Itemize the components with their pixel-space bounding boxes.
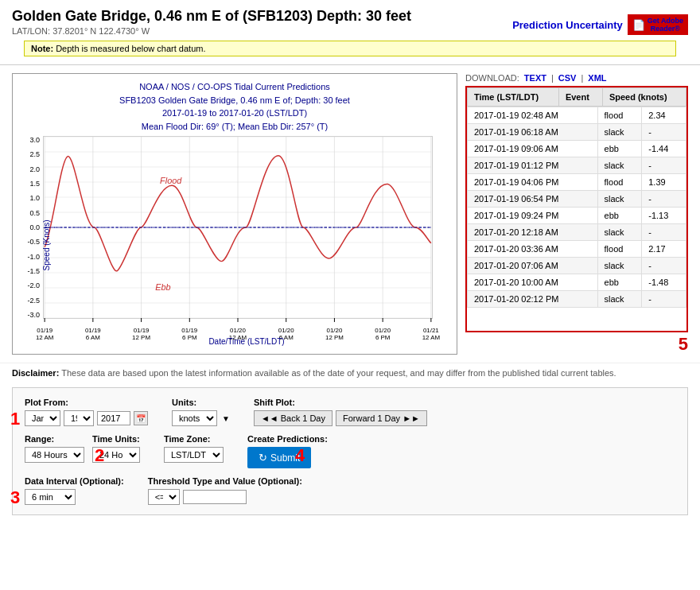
download-text-link[interactable]: TEXT <box>524 73 546 83</box>
threshold-type-select[interactable]: <=>=<> <box>148 489 180 505</box>
y-tick: 1.0 <box>29 194 40 202</box>
chart-area: NOAA / NOS / CO-OPS Tidal Current Predic… <box>12 73 457 355</box>
y-tick: -0.5 <box>27 238 40 246</box>
download-csv-link[interactable]: CSV <box>558 73 577 83</box>
table-row: 2017-01-19 02:48 AMflood2.34 <box>468 107 686 124</box>
back-1-day-button[interactable]: ◄◄ Back 1 Day <box>254 410 332 426</box>
note-text: Depth is measured below chart datum. <box>56 44 205 53</box>
plot-from-group: Plot From: JanFebMarApr MayJunJulAug Sep… <box>25 398 148 426</box>
lat-lon: LAT/LON: 37.8201° N 122.4730° W <box>12 26 411 36</box>
table-row: 2017-01-20 07:06 AMslack- <box>468 258 686 274</box>
svg-text:6 PM: 6 PM <box>182 334 196 341</box>
download-label: DOWNLOAD: <box>465 73 519 83</box>
y-tick: 0.0 <box>29 223 40 231</box>
data-table-wrapper: Time (LST/LDT) Event Speed (knots) 2017-… <box>465 86 688 332</box>
svg-text:Ebb: Ebb <box>155 282 170 292</box>
svg-text:01/20: 01/20 <box>278 327 294 334</box>
disclaimer: Disclaimer: These data are based upon th… <box>0 363 700 382</box>
note-label: Note: <box>31 44 53 53</box>
badge-3: 3 <box>10 487 20 508</box>
table-row: 2017-01-19 09:06 AMebb-1.44 <box>468 141 686 157</box>
y-tick: -3.0 <box>27 311 40 319</box>
time-units-label: Time Units: <box>92 434 140 444</box>
col-speed: Speed (knots) <box>602 88 686 107</box>
badge-2: 2 <box>95 445 104 466</box>
units-select[interactable]: knotscm/smph <box>172 410 217 426</box>
table-row: 2017-01-20 02:12 PMslack- <box>468 291 686 308</box>
badge-5: 5 <box>465 334 688 355</box>
svg-text:01/20: 01/20 <box>375 327 391 334</box>
table-row: 2017-01-19 01:12 PMslack- <box>468 157 686 174</box>
threshold-value-input[interactable] <box>183 490 247 504</box>
threshold-group: Threshold Type and Value (Optional): <=>… <box>148 476 302 505</box>
note-bar: Note: Depth is measured below chart datu… <box>24 41 676 56</box>
controls-section: 1 Plot From: JanFebMarApr MayJunJulAug S… <box>12 387 688 515</box>
data-interval-select[interactable]: 6 min12 min30 min60 min <box>25 489 76 505</box>
calendar-button[interactable]: 📅 <box>134 411 148 425</box>
table-row: 2017-01-19 06:18 AMslack- <box>468 124 686 141</box>
day-select[interactable]: 19 <box>64 410 94 426</box>
table-row: 2017-01-20 03:36 AMflood2.17 <box>468 241 686 258</box>
disclaimer-label: Disclaimer: <box>12 368 59 378</box>
download-bar: DOWNLOAD: TEXT | CSV | XML <box>465 73 688 83</box>
svg-text:01/19: 01/19 <box>181 327 197 334</box>
download-xml-link[interactable]: XML <box>588 73 606 83</box>
threshold-label: Threshold Type and Value (Optional): <box>148 476 302 486</box>
table-row: 2017-01-20 12:18 AMslack- <box>468 224 686 241</box>
data-interval-group: Data Interval (Optional): 6 min12 min30 … <box>25 476 124 505</box>
svg-text:01/19: 01/19 <box>85 327 101 334</box>
svg-text:12 PM: 12 PM <box>325 334 344 341</box>
svg-text:12 PM: 12 PM <box>132 334 150 341</box>
page-title: Golden Gate Bridge, 0.46 nm E of (SFB120… <box>12 8 411 25</box>
refresh-icon: ↻ <box>259 452 267 464</box>
table-row: 2017-01-20 10:00 AMebb-1.48 <box>468 274 686 291</box>
svg-text:01/20: 01/20 <box>230 327 246 334</box>
units-arrow-icon: ▼ <box>222 414 230 423</box>
create-predictions-group: Create Predictions: ↻ Submit <box>247 434 328 468</box>
svg-text:01/20: 01/20 <box>327 327 343 334</box>
table-scroll[interactable]: 2017-01-19 02:48 AMflood2.342017-01-19 0… <box>467 107 686 331</box>
badge-4: 4 <box>295 445 305 466</box>
get-adobe-reader-button[interactable]: 📄 Get AdobeReader® <box>628 14 688 35</box>
col-event: Event <box>558 88 602 107</box>
plot-from-label: Plot From: <box>25 398 148 407</box>
predictions-data-table: 2017-01-19 02:48 AMflood2.342017-01-19 0… <box>467 107 686 308</box>
svg-text:01/19: 01/19 <box>37 327 52 334</box>
timezone-select[interactable]: LST/LDTUTC <box>164 447 224 463</box>
year-input[interactable] <box>97 411 130 425</box>
y-tick: -1.5 <box>27 267 40 275</box>
svg-text:12 AM: 12 AM <box>422 334 440 341</box>
data-interval-label: Data Interval (Optional): <box>25 476 124 486</box>
y-tick: 1.5 <box>29 180 40 188</box>
svg-text:12 AM: 12 AM <box>36 334 53 341</box>
units-label: Units: <box>172 398 230 407</box>
timezone-label: Time Zone: <box>164 434 224 444</box>
svg-text:01/19: 01/19 <box>134 327 150 334</box>
y-tick: -2.5 <box>27 297 40 305</box>
table-row: 2017-01-19 06:54 PMslack- <box>468 191 686 208</box>
forward-1-day-button[interactable]: Forward 1 Day ►► <box>336 410 427 426</box>
shift-plot-label: Shift Plot: <box>254 398 427 407</box>
y-tick: 2.5 <box>29 150 40 158</box>
range-group: Range: 24 Hours48 Hours72 Hours96 Hours <box>25 434 84 463</box>
svg-text:01/21: 01/21 <box>423 327 439 334</box>
table-row: 2017-01-19 04:06 PMflood1.39 <box>468 174 686 191</box>
prediction-uncertainty-label: Prediction Uncertainty <box>512 19 623 31</box>
right-panel: DOWNLOAD: TEXT | CSV | XML Time (LST/LDT… <box>465 73 688 355</box>
col-time: Time (LST/LDT) <box>468 88 559 107</box>
create-predictions-label: Create Predictions: <box>247 434 328 444</box>
range-select[interactable]: 24 Hours48 Hours72 Hours96 Hours <box>25 447 84 463</box>
table-row: 2017-01-19 09:24 PMebb-1.13 <box>468 208 686 224</box>
adobe-icon: 📄 <box>632 19 645 31</box>
svg-text:6 PM: 6 PM <box>375 334 391 341</box>
units-group: Units: knotscm/smph ▼ <box>172 398 230 426</box>
shift-plot-group: Shift Plot: ◄◄ Back 1 Day Forward 1 Day … <box>254 398 427 426</box>
chart-svg: Flood Ebb 01/19 12 AM <box>43 136 433 319</box>
disclaimer-text: These data are based upon the latest inf… <box>61 368 616 378</box>
month-select[interactable]: JanFebMarApr MayJunJulAug SepOctNovDec <box>25 410 60 426</box>
y-tick: -1.0 <box>27 253 40 261</box>
range-label: Range: <box>25 434 84 444</box>
y-tick: 3.0 <box>29 136 40 144</box>
y-tick: -2.0 <box>27 281 40 289</box>
y-axis-label: Speed (Knots) <box>42 220 51 271</box>
